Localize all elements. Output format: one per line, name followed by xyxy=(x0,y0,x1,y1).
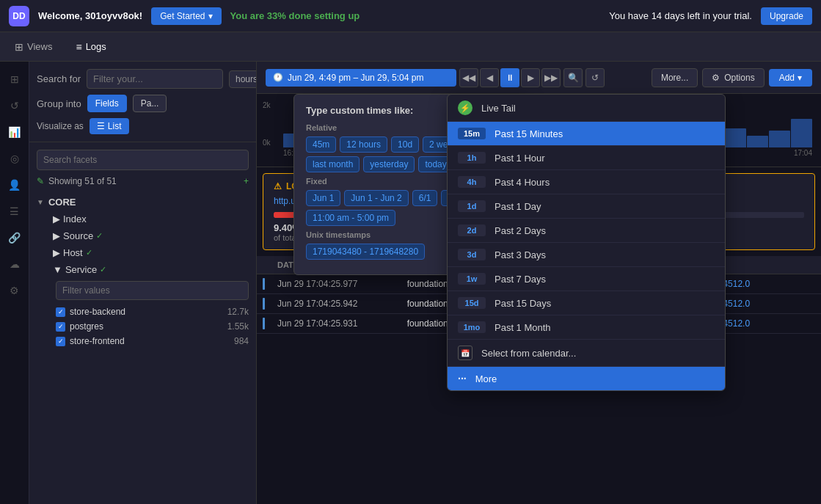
chip-time-range[interactable]: 11:00 am - 5:00 pm xyxy=(306,210,395,226)
facet-checkbox-store-frontend[interactable]: ✓ xyxy=(56,337,65,346)
refresh-button[interactable]: ↺ xyxy=(585,68,605,87)
left-icon-4[interactable]: ◎ xyxy=(3,147,26,170)
facet-item-postgres: ✓ postgres 1.55k xyxy=(56,319,249,334)
left-icon-7[interactable]: 🔗 xyxy=(3,226,26,249)
next-arrow[interactable]: ▶▶ xyxy=(541,68,561,87)
chip-jun1[interactable]: Jun 1 xyxy=(306,190,340,206)
next-single-arrow[interactable]: ▶ xyxy=(521,68,540,87)
sidebar-top: Search for hours Group into Fields Pa...… xyxy=(29,62,256,142)
prev-arrow[interactable]: ◀◀ xyxy=(459,68,478,87)
chip-jun1-jun2[interactable]: Jun 1 - Jun 2 xyxy=(344,190,408,206)
more-button[interactable]: More... xyxy=(652,68,698,87)
add-button[interactable]: Add ▾ xyxy=(769,69,812,87)
chevron-down-icon: ▼ xyxy=(37,198,44,206)
content-area: 🕐 Jun 29, 4:49 pm – Jun 29, 5:04 pm ◀◀ ◀… xyxy=(257,62,821,504)
left-icon-2[interactable]: ↺ xyxy=(3,94,26,117)
search-facets-input[interactable] xyxy=(37,150,249,170)
visualize-as-label: Visualize as xyxy=(37,121,84,131)
facet-service-header[interactable]: ▼ Service ✓ xyxy=(45,261,249,278)
chevron-right-icon: ▶ xyxy=(53,247,60,258)
search-input[interactable] xyxy=(87,69,223,89)
left-icon-6[interactable]: ☰ xyxy=(3,200,26,223)
nav-arrows: ◀◀ ◀ ⏸ ▶ ▶▶ xyxy=(459,68,561,87)
nav-logs[interactable]: ≡ Logs xyxy=(70,38,112,56)
filter-values-input[interactable] xyxy=(56,281,249,300)
time-item-live[interactable]: ⚡ Live Tail xyxy=(448,95,725,122)
left-icon-8[interactable]: ☁ xyxy=(3,252,26,276)
facet-index-header[interactable]: ▶ Index xyxy=(45,211,249,227)
time-range-display[interactable]: 🕐 Jun 29, 4:49 pm – Jun 29, 5:04 pm xyxy=(266,69,456,87)
trial-info: You have 14 days left in your trial. xyxy=(609,10,752,21)
chip-45m[interactable]: 45m xyxy=(306,136,336,153)
more-dots-icon: ··· xyxy=(458,373,467,384)
list-button[interactable]: ☰ List xyxy=(90,118,129,134)
calendar-icon: 📅 xyxy=(458,346,472,360)
chart-bar xyxy=(769,131,790,147)
options-button[interactable]: ⚙ Options xyxy=(702,68,764,87)
chip-10d[interactable]: 10d xyxy=(391,136,419,153)
host-check-icon: ✓ xyxy=(86,248,92,258)
bolt-icon: ⚡ xyxy=(460,103,470,113)
time-dropdown: ⚡ Live Tail 15m Past 15 Minutes 1h Past … xyxy=(447,94,726,391)
facets-section: ✎ Showing 51 of 51 + ▼ CORE ▶ Index ▶ xyxy=(29,142,256,359)
prev-single-arrow[interactable]: ◀ xyxy=(480,68,499,87)
expand-icon: + xyxy=(244,176,249,186)
patterns-button[interactable]: Pa... xyxy=(133,95,167,112)
left-icon-5[interactable]: 👤 xyxy=(3,173,26,197)
progress-text: You are 33% done setting up xyxy=(230,10,360,21)
chip-12hours[interactable]: 12 hours xyxy=(340,136,387,153)
edit-icon: ✎ xyxy=(37,176,44,186)
zoom-button[interactable]: 🔍 xyxy=(563,68,583,87)
time-item-15d[interactable]: 15d Past 15 Days xyxy=(448,291,725,315)
chevron-down-icon: ▾ xyxy=(798,73,802,83)
time-item-more[interactable]: ··· More xyxy=(448,367,725,390)
time-item-calendar[interactable]: 📅 Select from calendar... xyxy=(448,340,725,367)
group-row: Group into Fields Pa... xyxy=(37,95,249,112)
secondary-nav: ⊞ Views ≡ Logs xyxy=(0,32,821,62)
y-label-0k: 0k xyxy=(263,139,271,147)
time-item-1d[interactable]: 1d Past 1 Day xyxy=(448,194,725,219)
facet-item-store-backend: ✓ store-backend 12.7k xyxy=(56,304,249,319)
row-indicator xyxy=(263,298,265,310)
chevron-right-icon: ▶ xyxy=(53,230,60,241)
time-item-1w[interactable]: 1w Past 7 Days xyxy=(448,267,725,291)
app-logo: DD xyxy=(9,6,29,26)
col-indicator xyxy=(257,256,271,274)
facet-checkbox-store-backend[interactable]: ✓ xyxy=(56,307,65,317)
warning-icon: ⚠ xyxy=(274,181,282,191)
nav-views[interactable]: ⊞ Views xyxy=(9,38,58,56)
left-icon-1[interactable]: ⊞ xyxy=(3,67,26,91)
welcome-text: Welcome, 301oyvv8ok! xyxy=(38,10,142,21)
chip-6-1[interactable]: 6/1 xyxy=(412,190,438,206)
get-started-button[interactable]: Get Started ▾ xyxy=(151,7,221,25)
x-label-1704: 17:04 xyxy=(794,149,812,157)
facet-item-store-frontend: ✓ store-frontend 984 xyxy=(56,334,249,348)
source-check-icon: ✓ xyxy=(96,231,103,241)
chevron-right-icon: ▶ xyxy=(53,213,60,224)
upgrade-button[interactable]: Upgrade xyxy=(761,7,812,25)
pause-button[interactable]: ⏸ xyxy=(500,68,519,87)
time-item-3d[interactable]: 3d Past 3 Days xyxy=(448,243,725,267)
facet-host-header[interactable]: ▶ Host ✓ xyxy=(45,244,249,261)
group-into-label: Group into xyxy=(37,98,81,109)
search-for-row: Search for hours xyxy=(37,69,249,89)
fields-button[interactable]: Fields xyxy=(87,95,127,112)
left-icon-3[interactable]: 📊 xyxy=(3,120,26,144)
time-item-2d[interactable]: 2d Past 2 Days xyxy=(448,219,725,243)
left-icon-9[interactable]: ⚙ xyxy=(3,279,26,302)
facet-source-header[interactable]: ▶ Source ✓ xyxy=(45,227,249,244)
time-item-1h[interactable]: 1h Past 1 Hour xyxy=(448,146,725,170)
chip-unix[interactable]: 1719043480 - 1719648280 xyxy=(306,244,425,260)
left-icon-bar: ⊞ ↺ 📊 ◎ 👤 ☰ 🔗 ☁ ⚙ xyxy=(0,62,29,504)
facet-checkbox-postgres[interactable]: ✓ xyxy=(56,322,65,332)
showing-count: ✎ Showing 51 of 51 + xyxy=(37,176,249,186)
time-item-4h[interactable]: 4h Past 4 Hours xyxy=(448,170,725,194)
time-item-15m[interactable]: 15m Past 15 Minutes xyxy=(448,122,725,146)
facet-core-header[interactable]: ▼ CORE xyxy=(37,194,249,211)
time-item-1mo[interactable]: 1mo Past 1 Month xyxy=(448,315,725,340)
views-icon: ⊞ xyxy=(15,41,23,53)
chip-last-month[interactable]: last month xyxy=(306,156,360,172)
service-check-icon: ✓ xyxy=(100,265,106,274)
chip-yesterday[interactable]: yesterday xyxy=(363,156,415,172)
toolbar: 🕐 Jun 29, 4:49 pm – Jun 29, 5:04 pm ◀◀ ◀… xyxy=(257,62,821,94)
